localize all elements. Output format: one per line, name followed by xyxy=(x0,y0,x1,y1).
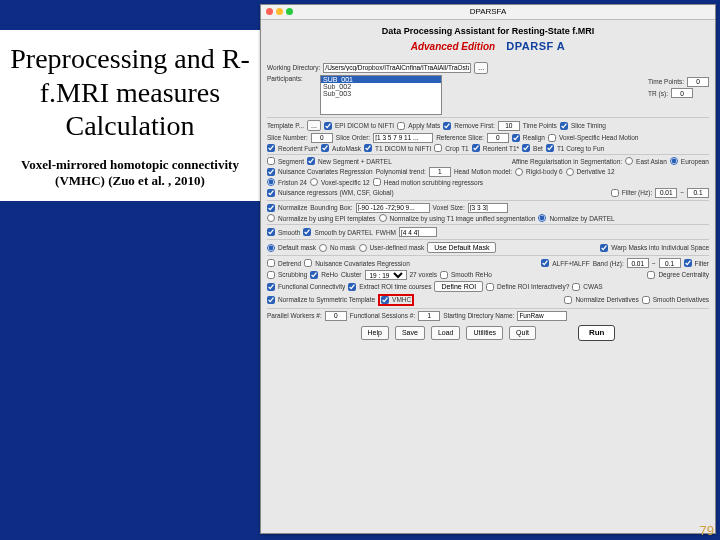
template-browse-button[interactable]: ... xyxy=(307,120,321,131)
brand-label: DPARSF A xyxy=(506,40,565,52)
tr-label: TR (s): xyxy=(648,90,668,97)
utilities-button[interactable]: Utilities xyxy=(466,326,503,340)
close-icon[interactable] xyxy=(266,8,273,15)
norm-dartel-radio[interactable] xyxy=(538,214,546,222)
nuisance-reg-checkbox[interactable] xyxy=(267,189,275,197)
start-dir-input[interactable] xyxy=(517,311,567,321)
cluster-select[interactable]: 19 : 19 xyxy=(365,270,407,280)
page-number: 79 xyxy=(700,523,714,538)
quit-button[interactable]: Quit xyxy=(509,326,536,340)
slide-subtitle: Voxel-mirrored homotopic connectivity (V… xyxy=(2,151,258,199)
poly-trend-input[interactable] xyxy=(429,167,451,177)
ref-slice-input[interactable] xyxy=(487,133,509,143)
alff-checkbox[interactable] xyxy=(541,259,549,267)
band-low-input[interactable] xyxy=(627,258,649,268)
remove-first-checkbox[interactable] xyxy=(443,122,451,130)
list-item[interactable]: SUB_001 xyxy=(321,76,441,83)
func-sessions-input[interactable] xyxy=(418,311,440,321)
t1-coreg-checkbox[interactable] xyxy=(546,144,554,152)
smooth-checkbox[interactable] xyxy=(267,228,275,236)
slice-timing-checkbox[interactable] xyxy=(560,122,568,130)
filter-low-input[interactable] xyxy=(655,188,677,198)
fwhm-input[interactable] xyxy=(399,227,437,237)
use-default-mask-button[interactable]: Use Default Mask xyxy=(427,242,496,253)
participants-list[interactable]: SUB_001 Sub_002 Sub_003 xyxy=(320,75,442,115)
nuisance-cov-checkbox[interactable] xyxy=(267,168,275,176)
east-asian-radio[interactable] xyxy=(625,157,633,165)
norm-sym-checkbox[interactable] xyxy=(267,296,275,304)
hmm-deriv-radio[interactable] xyxy=(566,168,574,176)
tr-input[interactable] xyxy=(671,88,693,98)
save-button[interactable]: Save xyxy=(395,326,425,340)
realign-checkbox[interactable] xyxy=(512,134,520,142)
hm-scrub-checkbox[interactable] xyxy=(373,178,381,186)
template-label: Template P... xyxy=(267,122,304,129)
filter-hz-checkbox[interactable] xyxy=(611,189,619,197)
working-dir-browse-button[interactable]: ... xyxy=(474,62,488,74)
voxel-hm-checkbox[interactable] xyxy=(548,134,556,142)
vmhc-highlight: VMHC xyxy=(378,294,414,306)
epi-dicom-checkbox[interactable] xyxy=(324,122,332,130)
smooth-reho-checkbox[interactable] xyxy=(440,271,448,279)
working-dir-label: Working Directory: xyxy=(267,64,320,71)
degree-centrality-checkbox[interactable] xyxy=(647,271,655,279)
detrend-checkbox[interactable] xyxy=(267,259,275,267)
remove-first-input[interactable] xyxy=(498,121,520,131)
norm-t1-radio[interactable] xyxy=(379,214,387,222)
window-title: DPARSFA xyxy=(470,7,507,16)
run-button[interactable]: Run xyxy=(578,325,616,341)
default-mask-radio[interactable] xyxy=(267,244,275,252)
parallel-workers-input[interactable] xyxy=(325,311,347,321)
zoom-icon[interactable] xyxy=(286,8,293,15)
warp-masks-checkbox[interactable] xyxy=(600,244,608,252)
app-header: Data Processing Assistant for Resting-St… xyxy=(261,20,715,40)
slice-order-input[interactable] xyxy=(373,133,433,143)
filter-checkbox[interactable] xyxy=(684,259,692,267)
timepoints-label: Time Points: xyxy=(648,78,684,85)
friston24-radio[interactable] xyxy=(267,178,275,186)
voxel-size-input[interactable] xyxy=(468,203,508,213)
minimize-icon[interactable] xyxy=(276,8,283,15)
slice-number-input[interactable] xyxy=(311,133,333,143)
define-roi-button[interactable]: Define ROI xyxy=(434,281,483,292)
hmm-rigid-radio[interactable] xyxy=(515,168,523,176)
no-mask-radio[interactable] xyxy=(319,244,327,252)
app-window: DPARSFA Data Processing Assistant for Re… xyxy=(260,4,716,534)
reorient-fun-checkbox[interactable] xyxy=(267,144,275,152)
participants-label: Participants: xyxy=(267,75,317,82)
scrubbing-checkbox[interactable] xyxy=(267,271,275,279)
t1-dicom-checkbox[interactable] xyxy=(364,144,372,152)
user-mask-radio[interactable] xyxy=(359,244,367,252)
help-button[interactable]: Help xyxy=(361,326,389,340)
segment-checkbox[interactable] xyxy=(267,157,275,165)
european-radio[interactable] xyxy=(670,157,678,165)
list-item[interactable]: Sub_002 xyxy=(321,83,441,90)
edition-label: Advanced Edition xyxy=(411,41,495,52)
band-high-input[interactable] xyxy=(659,258,681,268)
apply-mats-checkbox[interactable] xyxy=(397,122,405,130)
working-dir-input[interactable] xyxy=(323,63,471,73)
list-item[interactable]: Sub_003 xyxy=(321,90,441,97)
voxel12-radio[interactable] xyxy=(310,178,318,186)
norm-deriv-checkbox[interactable] xyxy=(564,296,572,304)
reho-checkbox[interactable] xyxy=(310,271,318,279)
timepoints-input[interactable] xyxy=(687,77,709,87)
vmhc-checkbox[interactable] xyxy=(381,296,389,304)
smooth-dartel-checkbox[interactable] xyxy=(303,228,311,236)
new-segment-checkbox[interactable] xyxy=(307,157,315,165)
ncr2-checkbox[interactable] xyxy=(304,259,312,267)
automask-checkbox[interactable] xyxy=(321,144,329,152)
crop-t1-checkbox[interactable] xyxy=(434,144,442,152)
bet-checkbox[interactable] xyxy=(522,144,530,152)
filter-high-input[interactable] xyxy=(687,188,709,198)
load-button[interactable]: Load xyxy=(431,326,461,340)
roi-interactive-checkbox[interactable] xyxy=(486,283,494,291)
smooth-deriv-checkbox[interactable] xyxy=(642,296,650,304)
extract-roi-checkbox[interactable] xyxy=(348,283,356,291)
bbox-input[interactable] xyxy=(356,203,430,213)
cwas-checkbox[interactable] xyxy=(572,283,580,291)
normalize-checkbox[interactable] xyxy=(267,204,275,212)
fc-checkbox[interactable] xyxy=(267,283,275,291)
norm-epi-radio[interactable] xyxy=(267,214,275,222)
reorient-t1-checkbox[interactable] xyxy=(472,144,480,152)
